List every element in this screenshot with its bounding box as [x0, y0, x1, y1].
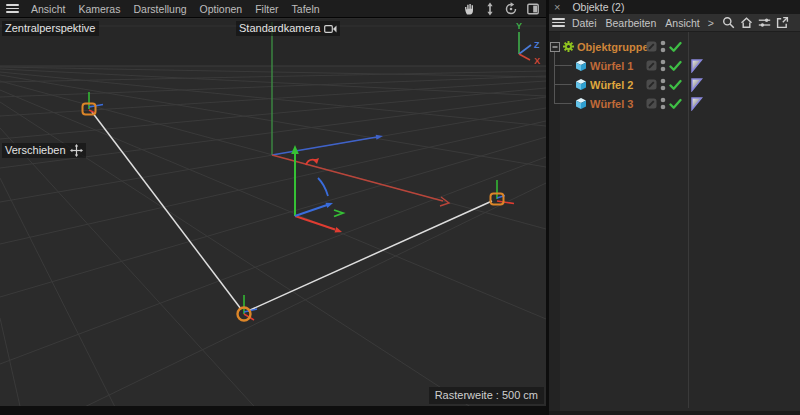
pop-out-icon[interactable] [776, 16, 789, 29]
panel-menu-ansicht[interactable]: Ansicht [665, 17, 699, 29]
viewport-menubar: Ansicht Kameras Darstellung Optionen Fil… [0, 0, 546, 18]
grid-size-label: Rasterweite : 500 cm [429, 387, 544, 404]
phong-tag-icon[interactable] [691, 56, 703, 75]
viewport-3d[interactable]: Y Z X Zentralperspektive Standardkamera … [0, 19, 546, 415]
tree-row-wuerfel-3[interactable]: Würfel 3 [549, 94, 800, 113]
object-manager-panel: × Objekte (2) Datei Bearbeiten Ansicht > [549, 0, 800, 415]
panel-hamburger-icon[interactable] [552, 18, 565, 27]
view-label-text: Zentralperspektive [5, 21, 96, 36]
cube-icon [575, 75, 587, 94]
object-label[interactable]: Würfel 3 [590, 94, 633, 113]
viewport-bottom-strip [0, 406, 546, 415]
menu-ansicht[interactable]: Ansicht [31, 3, 65, 15]
dolly-arrows-icon[interactable] [484, 2, 496, 16]
axis-label-y: Y [516, 21, 522, 31]
panel-title: Objekte (2) [572, 1, 624, 13]
enable-check-icon[interactable] [669, 75, 682, 94]
filter-icon[interactable] [758, 16, 771, 29]
search-icon[interactable] [722, 16, 735, 29]
menu-optionen[interactable]: Optionen [200, 3, 243, 15]
enable-check-icon[interactable] [669, 56, 682, 75]
camera-label-text: Standardkamera [239, 21, 320, 36]
tree-row-wuerfel-1[interactable]: Würfel 1 [549, 56, 800, 75]
pan-hand-icon[interactable] [463, 2, 476, 16]
enable-check-icon[interactable] [669, 37, 682, 56]
panel-menu-bearbeiten[interactable]: Bearbeiten [606, 17, 657, 29]
camera-label[interactable]: Standardkamera [236, 21, 340, 36]
edit-toggle-icon[interactable] [646, 75, 657, 94]
expander-icon[interactable] [550, 37, 560, 56]
camera-swap-icon[interactable] [324, 24, 337, 34]
edit-toggle-icon[interactable] [646, 56, 657, 75]
rotate-view-icon[interactable] [504, 2, 518, 16]
cinema4d-window: Ansicht Kameras Darstellung Optionen Fil… [0, 0, 800, 415]
menu-darstellung[interactable]: Darstellung [133, 3, 186, 15]
viewport-hamburger-icon[interactable] [6, 4, 19, 13]
panel-menu-items: Datei Bearbeiten Ansicht [572, 17, 700, 29]
viewport-menu: Ansicht Kameras Darstellung Optionen Fil… [31, 3, 320, 15]
tree-row-objektgruppe[interactable]: Objektgruppe [549, 37, 800, 56]
toggle-layout-icon[interactable] [526, 2, 540, 16]
tree-row-wuerfel-2[interactable]: Würfel 2 [549, 75, 800, 94]
view-label[interactable]: Zentralperspektive [2, 21, 99, 36]
object-label[interactable]: Würfel 1 [590, 56, 633, 75]
object-label[interactable]: Würfel 2 [590, 75, 633, 94]
viewport-scene[interactable]: Y Z X [0, 19, 546, 415]
object-tree: Objektgruppe [549, 32, 800, 415]
menu-overflow-chevron[interactable]: > [708, 17, 714, 29]
menu-kameras[interactable]: Kameras [78, 3, 120, 15]
home-icon[interactable] [740, 16, 753, 29]
move-tool-icon [70, 144, 83, 157]
grid-size-text: Rasterweite : 500 cm [435, 388, 538, 403]
viewport-nav-icons [463, 2, 546, 16]
phong-tag-icon[interactable] [691, 75, 703, 94]
tool-label-text: Verschieben [5, 143, 66, 158]
panel-header: × Objekte (2) [549, 0, 800, 14]
active-tool-label[interactable]: Verschieben [2, 143, 86, 158]
menu-filter[interactable]: Filter [255, 3, 278, 15]
panel-menu-icons [722, 16, 789, 29]
panel-menu-datei[interactable]: Datei [572, 17, 597, 29]
edit-toggle-icon[interactable] [646, 94, 657, 113]
cube-icon [575, 56, 587, 75]
visibility-dots[interactable] [660, 56, 666, 75]
close-icon[interactable]: × [554, 2, 560, 12]
cube-icon [575, 94, 587, 113]
gear-icon [562, 37, 575, 56]
axis-label-z: Z [534, 40, 540, 50]
edit-toggle-icon[interactable] [646, 37, 657, 56]
enable-check-icon[interactable] [669, 94, 682, 113]
panel-menubar: Datei Bearbeiten Ansicht > [549, 14, 800, 32]
visibility-dots[interactable] [660, 37, 666, 56]
visibility-dots[interactable] [660, 94, 666, 113]
menu-tafeln[interactable]: Tafeln [292, 3, 320, 15]
phong-tag-icon[interactable] [691, 94, 703, 113]
visibility-dots[interactable] [660, 75, 666, 94]
object-label[interactable]: Objektgruppe [577, 37, 649, 56]
axis-label-x: X [534, 56, 540, 66]
panel-bottom-strip [549, 411, 800, 415]
